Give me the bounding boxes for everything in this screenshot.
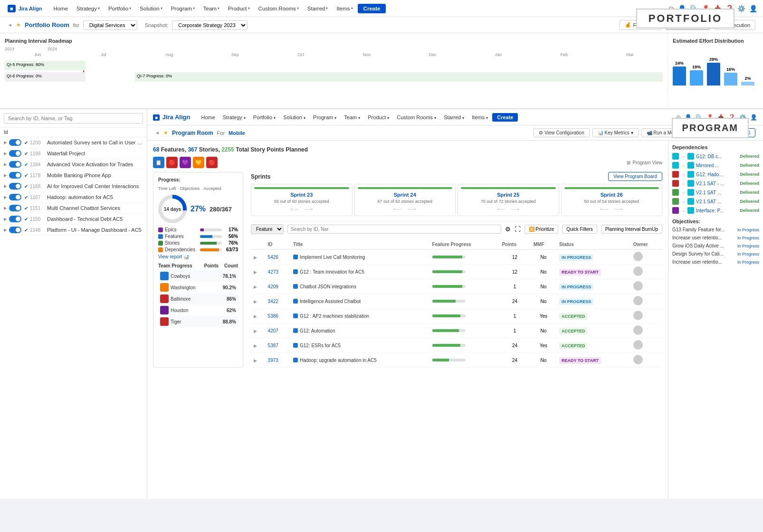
table-row[interactable]: ▶ 3422 Intelligence Assisted Chatbot 24 … (251, 294, 662, 309)
list-item[interactable]: ▶ ✔ 1178 Mobile Banking iPhone App (0, 170, 147, 181)
row-id[interactable]: 4209 (265, 279, 290, 294)
table-row[interactable]: ▶ 5426 Implement Live Call Monitoring 12… (251, 249, 662, 265)
list-item[interactable]: ▶ ✔ 1167 Hadoop: automation for AC5 (0, 192, 147, 203)
row-expand-icon[interactable]: ▶ (254, 358, 257, 363)
toggle-switch[interactable] (9, 139, 21, 146)
toggle-switch[interactable] (9, 227, 21, 233)
prog-nav-solution[interactable]: Solution ▾ (280, 113, 309, 122)
row-id[interactable]: 5426 (265, 249, 290, 265)
table-row[interactable]: ▶ 3973 Hadoop: upgrade automation in AC5… (251, 353, 662, 368)
nav-product[interactable]: Product▾ (224, 4, 254, 13)
table-row[interactable]: Washington 90.2% (158, 282, 238, 293)
sprint-left-icon[interactable]: ⟵ (393, 206, 402, 213)
sprint-right-icon[interactable]: ⟶ (614, 206, 623, 213)
toggle-switch[interactable] (9, 205, 21, 211)
nav-starred[interactable]: Starred▾ (304, 4, 332, 13)
prog-nav-team[interactable]: Team ▾ (341, 113, 363, 122)
prog-nav-portfolio[interactable]: Portfolio ▾ (250, 113, 279, 122)
row-id[interactable]: 5387 (265, 338, 290, 353)
list-item[interactable]: Grow iOS Daily Active ... In Progress (672, 243, 759, 248)
row-id[interactable]: 3973 (265, 353, 290, 368)
list-item[interactable]: Design Survey for Cali... In Progress (672, 251, 759, 256)
nav-items[interactable]: Items▾ (333, 4, 356, 13)
row-expand-icon[interactable]: ▶ (254, 343, 257, 348)
prog-nav-items[interactable]: Items ▾ (468, 113, 491, 122)
row-expand-icon[interactable]: ▶ (254, 270, 257, 275)
table-row[interactable]: ▶ 4273 G12 : Team innovation for AC5 12 … (251, 265, 662, 279)
prog-nav-product[interactable]: Product ▾ (364, 113, 392, 122)
table-row[interactable]: Tiger 88.8% (158, 316, 238, 327)
nav-create-button[interactable]: Create (358, 4, 386, 13)
row-id[interactable]: 3422 (265, 294, 290, 309)
row-id[interactable]: 4273 (265, 265, 290, 279)
burnup-btn[interactable]: Planning Interval BurnUp (601, 225, 662, 234)
toggle-switch[interactable] (9, 161, 21, 168)
icon-2[interactable]: 💜 (180, 157, 191, 168)
prog-nav-create-button[interactable]: Create (492, 113, 518, 122)
table-row[interactable]: Baltimore 86% (158, 293, 238, 304)
settings-icon[interactable]: ⚙️ (737, 5, 745, 12)
nav-solution[interactable]: Solution▾ (136, 4, 166, 13)
icon-4[interactable]: 🔴 (206, 157, 218, 168)
dep-to-name[interactable]: Mirrored ... (696, 163, 738, 168)
list-item[interactable]: ▶ ✔ 1200 Automated Survey sent to Call i… (0, 137, 147, 148)
avatar-icon[interactable]: 👤 (749, 5, 757, 12)
toggle-switch[interactable] (9, 172, 21, 179)
gear-icon[interactable]: ⚙ (505, 226, 511, 233)
table-row[interactable]: ▶ 4209 Chatbot JSON integrations 1 No IN… (251, 279, 662, 294)
toggle-switch[interactable] (9, 183, 21, 190)
feature-select[interactable]: Feature (251, 224, 284, 234)
view-config-btn[interactable]: ⚙ View Configuration (534, 128, 590, 137)
nav-strategy[interactable]: Strategy▾ (73, 4, 104, 13)
row-expand-icon[interactable]: ▶ (254, 285, 257, 289)
collapse-program[interactable]: ◄ (155, 130, 160, 135)
sprint-right-icon[interactable]: ⟶ (304, 206, 313, 213)
list-item[interactable]: ▶ ✔ 1168 AI for Improved Call Center Int… (0, 181, 147, 192)
icon-3[interactable]: 💛 (193, 157, 204, 168)
dep-to-name[interactable]: V2.1 SAT - ... (696, 181, 738, 186)
prog-nav-home[interactable]: Home (198, 113, 218, 122)
sprint-card[interactable]: Sprint 23 55 out of 60 stories accepted … (251, 184, 353, 216)
list-item[interactable]: ▶ ✔ 1148 Platform - UI - Manage Dashboar… (0, 225, 147, 236)
prog-nav-program[interactable]: Program ▾ (310, 113, 340, 122)
key-metrics-btn[interactable]: 📊 Key Metrics ▾ (592, 128, 639, 137)
prog-nav-starred[interactable]: Starred ▾ (440, 113, 467, 122)
list-item[interactable]: ▶ ✔ 1151 Multi Channel Chatbot Services (0, 203, 147, 214)
view-report-link[interactable]: View report 📊 (158, 254, 238, 259)
table-row[interactable]: ▶ 4207 G12: Automation 1 No ACCEPTED (251, 323, 662, 338)
dep-to-name[interactable]: G12: DB c... (696, 154, 738, 159)
sprint-card[interactable]: Sprint 26 50 out of 54 stories accepted … (561, 184, 663, 216)
toggle-switch[interactable] (9, 150, 21, 157)
view-board-btn[interactable]: View Program Board (608, 172, 662, 181)
prog-nav-custom-rooms[interactable]: Custom Rooms ▾ (393, 113, 439, 122)
row-expand-icon[interactable]: ▶ (254, 314, 257, 319)
nav-custom-rooms[interactable]: Custom Rooms▾ (255, 4, 303, 13)
row-expand-icon[interactable]: ▶ (254, 255, 257, 260)
table-row[interactable]: Houston 62% (158, 304, 238, 316)
nav-home[interactable]: Home (49, 4, 72, 13)
sprint-card[interactable]: Sprint 25 70 out of 72 stories accepted … (458, 184, 559, 216)
sprint-left-icon[interactable]: ⟵ (290, 206, 299, 213)
dep-to-name[interactable]: V2.1 SAT ... (696, 199, 738, 204)
nav-team[interactable]: Team▾ (200, 4, 223, 13)
toggle-switch[interactable] (9, 216, 21, 222)
sprint-left-icon[interactable]: ⟵ (497, 206, 506, 213)
list-item[interactable]: ▶ ✔ 1198 Waterfall Project (0, 148, 147, 159)
table-row[interactable]: ▶ 5387 G12: ESRs for AC5 24 Yes ACCEPTED (251, 338, 662, 353)
sidebar-search-input[interactable] (4, 113, 143, 124)
nav-portfolio[interactable]: Portfolio▾ (105, 4, 135, 13)
row-expand-icon[interactable]: ▶ (254, 329, 257, 333)
list-item[interactable]: Increase user retentio... In Progress (672, 259, 759, 265)
dep-to-name[interactable]: G12: Hado... (696, 172, 738, 177)
list-item[interactable]: ▶ ✔ 1184 Advanced Voice Activation for T… (0, 159, 147, 170)
row-expand-icon[interactable]: ▶ (254, 299, 257, 304)
prioritize-btn[interactable]: 🔀 Prioritize (525, 225, 559, 234)
prog-avatar-icon[interactable]: 👤 (750, 114, 757, 121)
collapse-portfolio[interactable]: ◄ (8, 22, 12, 28)
sprint-right-icon[interactable]: ⟶ (407, 206, 416, 213)
dep-to-name[interactable]: Interface: P... (696, 208, 738, 213)
row-id[interactable]: 5386 (265, 309, 290, 323)
sprint-left-icon[interactable]: ⟵ (600, 206, 609, 213)
table-row[interactable]: ▶ 5386 G12 : AP2 machines stabilization … (251, 309, 662, 323)
portfolio-workspace-select[interactable]: Digital Services (83, 20, 137, 30)
